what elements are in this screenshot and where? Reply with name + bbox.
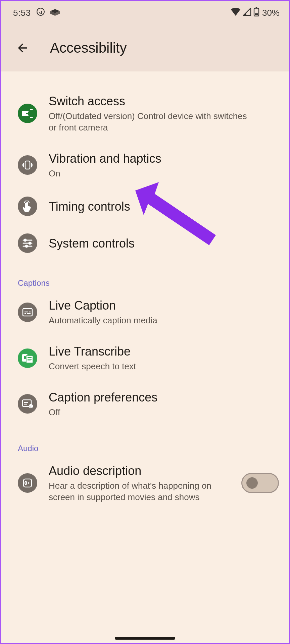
svg-point-18 <box>24 239 26 241</box>
row-title: Live Caption <box>49 298 279 313</box>
battery-icon <box>253 7 259 19</box>
caption-settings-icon <box>18 394 37 414</box>
svg-rect-10 <box>25 161 30 169</box>
toggle-knob <box>246 477 258 489</box>
row-subtitle: Off/(Outdated version) Control device wi… <box>49 111 250 133</box>
row-title: Live Transcribe <box>49 344 279 359</box>
row-title: Vibration and haptics <box>49 151 279 166</box>
caption-icon <box>18 303 37 322</box>
vibration-icon <box>18 155 37 175</box>
svg-point-9 <box>32 117 33 118</box>
row-title: Switch access <box>49 94 279 109</box>
battery-percent: 30% <box>262 8 280 18</box>
wifi-icon <box>231 8 241 18</box>
row-subtitle: Off <box>49 407 250 418</box>
svg-point-8 <box>32 109 33 110</box>
page-title: Accessibility <box>50 40 127 56</box>
row-live-caption[interactable]: Live Caption Automatically caption media <box>1 289 289 335</box>
row-title: Audio description <box>49 463 230 478</box>
settings-list[interactable]: Switch access Off/(Outdated version) Con… <box>1 71 289 525</box>
row-title: Caption preferences <box>49 390 279 405</box>
back-button[interactable] <box>14 40 31 56</box>
row-caption-preferences[interactable]: Caption preferences Off <box>1 381 289 427</box>
nav-handle[interactable] <box>115 637 175 640</box>
row-subtitle: Convert speech to text <box>49 361 250 372</box>
tune-icon <box>18 233 37 253</box>
row-subtitle: On <box>49 168 250 179</box>
section-captions: Captions <box>1 262 289 289</box>
row-switch-access[interactable]: Switch access Off/(Outdated version) Con… <box>1 85 289 142</box>
svg-point-0 <box>37 8 44 15</box>
status-right: 30% <box>231 7 280 19</box>
whatsapp-icon <box>36 7 45 18</box>
svg-rect-28 <box>24 356 26 359</box>
arrow-back-icon <box>16 41 29 55</box>
svg-point-20 <box>26 245 28 247</box>
svg-rect-5 <box>256 7 257 8</box>
row-live-transcribe[interactable]: Live Transcribe Convert speech to text <box>1 335 289 381</box>
row-system-controls[interactable]: System controls <box>1 225 289 262</box>
package-icon <box>50 8 60 18</box>
status-bar: 5:53 30% <box>1 1 289 24</box>
signal-icon <box>243 8 251 18</box>
row-timing-controls[interactable]: Timing controls <box>1 188 289 225</box>
audio-description-toggle[interactable] <box>241 473 279 493</box>
section-audio: Audio <box>1 427 289 454</box>
row-subtitle: Hear a description of what's happening o… <box>49 480 230 503</box>
switch-access-icon <box>18 104 37 123</box>
row-audio-description[interactable]: Audio description Hear a description of … <box>1 454 289 512</box>
status-left: 5:53 <box>13 7 60 18</box>
app-header: Accessibility <box>1 24 289 71</box>
touch-icon <box>18 197 37 216</box>
svg-point-19 <box>29 242 31 244</box>
row-vibration-haptics[interactable]: Vibration and haptics On <box>1 142 289 188</box>
svg-rect-6 <box>255 13 258 15</box>
row-title: Timing controls <box>49 199 279 214</box>
status-time: 5:53 <box>13 8 31 18</box>
row-title: System controls <box>49 236 279 251</box>
audio-description-icon <box>18 473 37 493</box>
transcribe-icon <box>18 348 37 368</box>
row-subtitle: Automatically caption media <box>49 315 250 326</box>
